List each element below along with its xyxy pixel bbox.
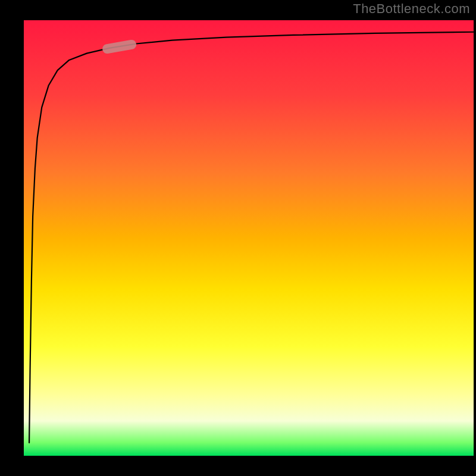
chart-frame: TheBottleneck.com: [0, 0, 476, 476]
curve-marker: [102, 39, 137, 55]
chart-svg: [24, 20, 474, 456]
watermark-text: TheBottleneck.com: [353, 1, 470, 17]
bottleneck-curve: [29, 32, 474, 443]
